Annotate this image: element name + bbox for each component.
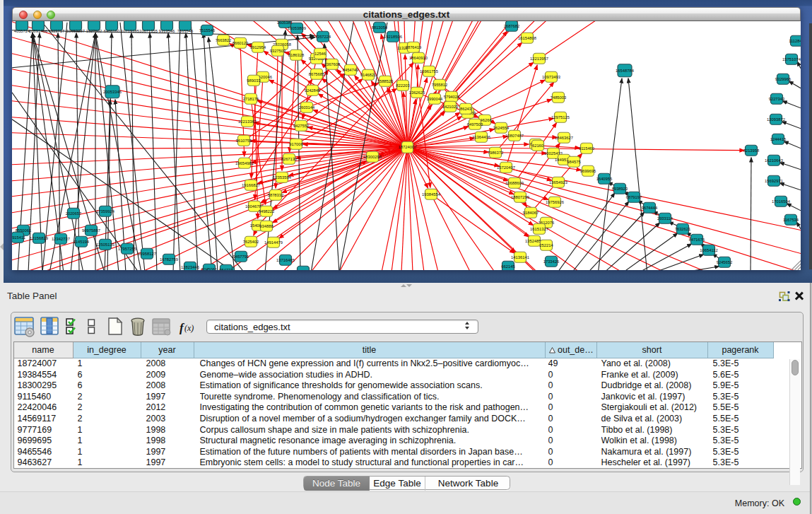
svg-text:9329966: 9329966 [775,77,792,81]
svg-text:12213363: 12213363 [238,119,257,124]
svg-text:12156829: 12156829 [30,236,48,240]
svg-text:6879197: 6879197 [626,195,642,199]
svg-text:12975125: 12975125 [551,115,570,119]
svg-text:9227343: 9227343 [769,97,785,101]
svg-text:15692971: 15692971 [765,179,783,183]
svg-text:1421023: 1421023 [442,105,459,109]
svg-text:1990044: 1990044 [427,97,443,101]
svg-text:2020657: 2020657 [66,211,82,216]
svg-text:14136141: 14136141 [511,255,529,259]
svg-text:5794024: 5794024 [444,95,460,99]
svg-text:7986372: 7986372 [488,151,504,155]
svg-text:20053346: 20053346 [103,90,122,94]
svg-text:1588520: 1588520 [377,79,394,83]
svg-text:10688609: 10688609 [505,181,524,185]
svg-text:86243: 86243 [460,107,471,111]
svg-text:9674444: 9674444 [642,206,658,210]
svg-text:18724007: 18724007 [399,145,417,149]
svg-text:662145: 662145 [501,264,514,269]
svg-text:90975887: 90975887 [82,228,100,233]
svg-text:20891406: 20891406 [29,29,47,33]
svg-text:1145194: 1145194 [73,240,90,244]
svg-text:1527602: 1527602 [86,29,102,33]
svg-text:9699695: 9699695 [580,169,596,173]
svg-text:8454749: 8454749 [343,68,359,72]
svg-text:18463627: 18463627 [555,136,573,140]
svg-text:10653287: 10653287 [66,29,85,33]
svg-text:19654982: 19654982 [235,161,254,165]
svg-text:8675685: 8675685 [309,72,325,76]
svg-text:16548784: 16548784 [616,69,635,73]
svg-text:9146821: 9146821 [360,73,377,77]
svg-text:9457791: 9457791 [233,255,249,259]
svg-text:7515546: 7515546 [199,28,216,33]
svg-text:2603144: 2603144 [299,105,315,110]
svg-text:2876419: 2876419 [406,45,422,49]
svg-text:6497503: 6497503 [467,122,483,127]
svg-text:2718176: 2718176 [243,97,259,101]
svg-text:18807299: 18807299 [511,195,529,199]
svg-text:19218506: 19218506 [384,35,402,39]
svg-text:16154808: 16154808 [518,36,536,40]
svg-text:917006: 917006 [289,142,302,146]
svg-text:16151327: 16151327 [530,227,548,231]
svg-text:8938923: 8938923 [612,187,628,191]
svg-text:10671355: 10671355 [139,29,158,33]
svg-text:1733426: 1733426 [543,259,560,264]
svg-text:252214: 252214 [539,243,553,247]
svg-text:17957255: 17957255 [118,247,136,251]
svg-text:17359924: 17359924 [96,209,115,214]
svg-text:14914479: 14914479 [264,240,283,245]
svg-text:7485003: 7485003 [551,95,567,100]
svg-text:8213958: 8213958 [743,148,760,153]
svg-text:10973493: 10973493 [542,75,560,79]
svg-text:6466160: 6466160 [104,29,120,33]
svg-text:10807487: 10807487 [505,134,524,138]
svg-text:4055724: 4055724 [14,29,30,33]
svg-text:9115460: 9115460 [579,146,594,151]
svg-text:1112843: 1112843 [789,39,801,43]
svg-text:5878332: 5878332 [268,193,284,197]
svg-text:9245652: 9245652 [717,260,733,264]
svg-text:9610755: 9610755 [236,139,252,143]
svg-text:3912954: 3912954 [250,45,266,49]
svg-text:1362625: 1362625 [409,90,425,95]
svg-text:822203: 822203 [396,83,409,88]
svg-text:7357224: 7357224 [315,35,331,39]
svg-text:989033: 989033 [247,78,260,83]
svg-text:10654112: 10654112 [700,248,717,252]
svg-text:(x): (x) [184,323,194,333]
svg-text:2933114: 2933114 [657,216,673,221]
svg-text:21364436: 21364436 [472,135,490,139]
svg-text:13716485: 13716485 [276,258,295,262]
svg-text:12342737: 12342737 [52,237,70,241]
svg-text:2367608: 2367608 [324,62,341,66]
svg-text:13654923: 13654923 [549,180,567,185]
svg-text:17016504: 17016504 [772,199,791,204]
svg-text:12213957: 12213957 [530,57,548,61]
svg-text:18640910: 18640910 [409,56,428,60]
svg-text:1640955: 1640955 [596,177,613,181]
svg-text:934888: 934888 [259,224,273,228]
svg-text:7955812: 7955812 [432,83,448,87]
svg-text:16961755: 16961755 [420,69,438,74]
svg-text:3915411: 3915411 [12,235,25,240]
svg-text:10719185: 10719185 [121,29,139,33]
svg-text:8813054: 8813054 [372,25,388,30]
svg-text:7515546: 7515546 [177,29,194,33]
svg-text:62160: 62160 [532,144,543,148]
svg-text:16053809: 16053809 [288,26,306,30]
svg-text:3624554: 3624554 [493,126,510,130]
svg-text:9184067: 9184067 [523,211,539,215]
svg-text:1167534: 1167534 [783,218,799,222]
svg-text:9245061: 9245061 [201,267,218,270]
svg-text:15720407: 15720407 [497,165,515,170]
svg-text:16782759: 16782759 [160,257,178,262]
svg-text:12823446: 12823446 [181,265,199,269]
svg-text:8471676: 8471676 [689,238,705,242]
svg-text:8660123: 8660123 [233,41,249,45]
svg-text:16210643: 16210643 [765,158,783,163]
svg-text:19756926: 19756926 [546,200,564,204]
svg-text:2687682: 2687682 [504,24,520,28]
svg-text:9313546: 9313546 [159,29,175,33]
